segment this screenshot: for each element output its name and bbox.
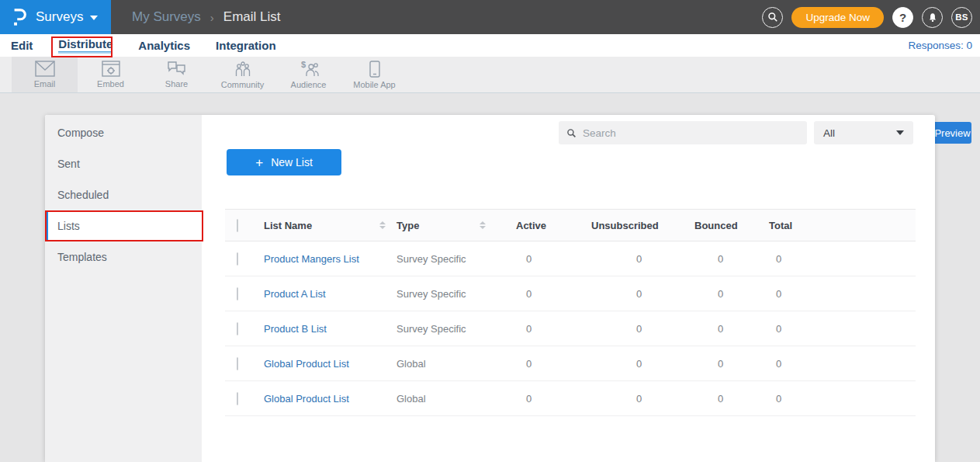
row-checkbox[interactable] <box>237 287 238 300</box>
sort-icon[interactable] <box>480 221 486 229</box>
channel-email[interactable]: Email <box>12 57 78 92</box>
sidebar-item-compose[interactable]: Compose <box>45 117 202 148</box>
tab-analytics[interactable]: Analytics <box>138 39 190 52</box>
bounced-count: 0 <box>683 288 749 300</box>
list-type: Global <box>397 358 426 370</box>
list-type: Global <box>397 393 426 405</box>
list-name-link[interactable]: Product A List <box>264 288 326 300</box>
questionpro-logo-icon <box>11 7 28 27</box>
row-checkbox[interactable] <box>237 252 238 266</box>
column-header-unsubscribed: Unsubscribed <box>586 220 683 231</box>
unsubscribed-count: 0 <box>586 323 683 335</box>
breadcrumb: My Surveys › Email List <box>132 0 280 34</box>
share-icon <box>167 61 186 77</box>
column-header-active: Active <box>497 220 586 231</box>
column-header-bounced: Bounced <box>683 220 749 231</box>
unsubscribed-count: 0 <box>586 358 683 370</box>
notifications-button[interactable] <box>922 7 943 28</box>
topbar-actions: Upgrade Now ? BS <box>762 0 972 34</box>
channel-share[interactable]: Share <box>144 57 210 92</box>
sidebar-item-scheduled[interactable]: Scheduled <box>45 179 202 210</box>
mobile-app-icon <box>369 61 380 78</box>
column-header-type: Type <box>397 220 419 231</box>
channel-list: Email Embed Share <box>12 57 407 92</box>
active-count: 0 <box>497 288 586 300</box>
table-row: Product A List Survey Specific 0 0 0 0 <box>225 276 916 311</box>
distribute-toolbar: Email Embed Share <box>0 57 980 93</box>
total-count: 0 <box>749 358 916 370</box>
sort-icon[interactable] <box>379 221 386 229</box>
unsubscribed-count: 0 <box>586 253 683 265</box>
list-name-link[interactable]: Global Product List <box>264 358 349 370</box>
table-row: Product B List Survey Specific 0 0 0 0 <box>225 311 916 346</box>
sidebar-item-sent[interactable]: Sent <box>45 148 202 179</box>
list-name-link[interactable]: Product Mangers List <box>264 253 359 265</box>
lists-panel: Compose Sent Scheduled Lists Templates A… <box>45 115 935 462</box>
sidebar-item-lists[interactable]: Lists <box>45 210 202 241</box>
table-header-row: List Name Type Active Unsubscribed Bounc… <box>225 209 916 241</box>
breadcrumb-my-surveys[interactable]: My Surveys <box>132 9 201 25</box>
product-switcher[interactable]: Surveys <box>0 0 111 34</box>
email-sidebar: Compose Sent Scheduled Lists Templates <box>45 115 202 462</box>
top-bar: Surveys My Surveys › Email List Upgrade … <box>0 0 980 34</box>
upgrade-now-button[interactable]: Upgrade Now <box>791 7 884 28</box>
channel-audience[interactable]: $ Audience <box>275 57 341 92</box>
column-header-total: Total <box>749 220 916 231</box>
bounced-count: 0 <box>683 323 749 335</box>
unsubscribed-count: 0 <box>586 393 683 405</box>
chevron-down-icon <box>896 130 904 135</box>
help-button[interactable]: ? <box>892 7 913 28</box>
user-avatar[interactable]: BS <box>951 7 972 28</box>
channel-embed[interactable]: Embed <box>78 57 144 92</box>
total-count: 0 <box>749 393 916 405</box>
active-count: 0 <box>497 393 586 405</box>
survey-tab-bar: Edit Distribute Analytics Integration Re… <box>0 34 980 57</box>
list-filter-dropdown[interactable]: All <box>814 121 913 144</box>
list-name-link[interactable]: Global Product List <box>264 393 349 405</box>
search-icon <box>566 128 577 138</box>
search-button[interactable] <box>762 7 783 28</box>
list-search-input[interactable] <box>583 127 799 139</box>
breadcrumb-separator-icon: › <box>210 11 214 24</box>
filter-selected-value: All <box>823 127 835 139</box>
responses-count[interactable]: Responses: 0 <box>908 34 972 57</box>
tab-distribute[interactable]: Distribute <box>58 37 113 54</box>
row-checkbox[interactable] <box>237 392 238 405</box>
table-row: Global Product List Global 0 0 0 0 <box>225 346 916 381</box>
bounced-count: 0 <box>683 358 749 370</box>
bell-icon <box>927 12 938 23</box>
channel-mobile-app[interactable]: Mobile App <box>341 57 407 92</box>
select-all-checkbox[interactable] <box>237 219 238 232</box>
sidebar-item-templates[interactable]: Templates <box>45 241 202 273</box>
new-list-button[interactable]: + New List <box>227 149 341 175</box>
bounced-count: 0 <box>683 393 749 405</box>
breadcrumb-email-list: Email List <box>223 9 281 25</box>
active-count: 0 <box>497 253 586 265</box>
list-type: Survey Specific <box>397 253 466 265</box>
help-icon: ? <box>899 11 906 24</box>
row-checkbox[interactable] <box>237 357 238 370</box>
product-name: Surveys <box>36 9 83 25</box>
tab-integration[interactable]: Integration <box>216 39 276 52</box>
list-name-link[interactable]: Product B List <box>264 323 327 335</box>
unsubscribed-count: 0 <box>586 288 683 300</box>
list-type: Survey Specific <box>397 323 466 335</box>
plus-icon: + <box>255 156 263 169</box>
community-icon <box>233 61 253 78</box>
column-header-list-name: List Name <box>264 220 312 231</box>
channel-community[interactable]: Community <box>210 57 275 92</box>
list-search-box <box>559 121 807 144</box>
active-count: 0 <box>497 323 586 335</box>
audience-icon: $ <box>298 61 320 78</box>
table-row: Product Mangers List Survey Specific 0 0… <box>225 241 916 276</box>
total-count: 0 <box>749 323 916 335</box>
row-checkbox[interactable] <box>237 322 238 335</box>
avatar-initials: BS <box>955 12 968 22</box>
total-count: 0 <box>749 253 916 265</box>
active-count: 0 <box>497 358 586 370</box>
total-count: 0 <box>749 288 916 300</box>
tab-edit[interactable]: Edit <box>11 39 33 52</box>
embed-icon <box>102 61 120 77</box>
bounced-count: 0 <box>683 253 749 265</box>
svg-text:$: $ <box>301 61 306 69</box>
